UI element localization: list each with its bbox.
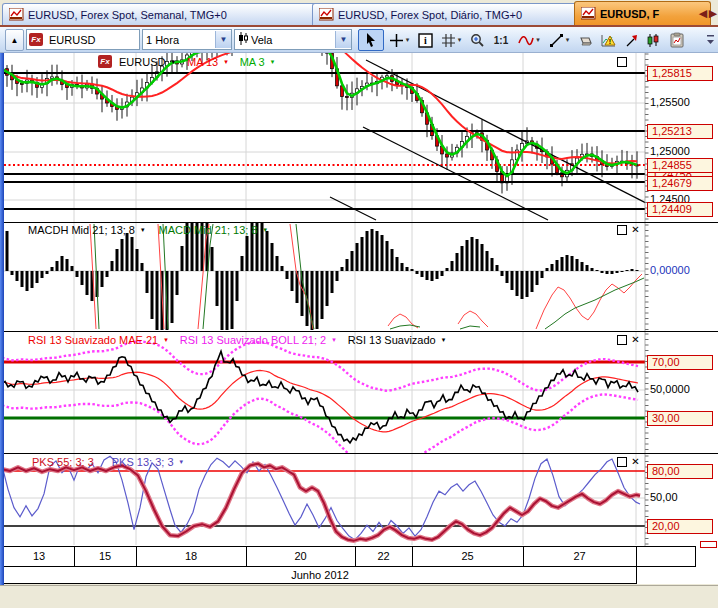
clipboard-chart-button[interactable] bbox=[664, 29, 690, 51]
tab-label: EURUSD, Forex Spot, Diário, TMG+0 bbox=[338, 9, 522, 21]
date-label: 18 bbox=[136, 550, 246, 562]
info-icon: i bbox=[418, 33, 433, 48]
info-tool-button[interactable]: i bbox=[414, 29, 436, 51]
collapse-panel-button[interactable]: ▲ bbox=[5, 29, 24, 51]
price-chart-area[interactable] bbox=[4, 52, 645, 222]
eraser-icon bbox=[577, 33, 593, 48]
date-cell-divider bbox=[636, 546, 637, 567]
pointer-arrow-icon bbox=[624, 33, 639, 48]
chart-tab-icon bbox=[319, 8, 334, 23]
magnifier-icon bbox=[470, 33, 485, 48]
mini-marker bbox=[700, 541, 717, 548]
more-icon bbox=[706, 34, 715, 46]
chevron-down-icon: ▾ bbox=[406, 36, 410, 44]
chart-tab-icon bbox=[581, 7, 596, 22]
axis-label: 1,25500 bbox=[650, 96, 690, 108]
chevron-down-icon: ▾ bbox=[536, 36, 540, 44]
toolbar-overflow-button[interactable] bbox=[702, 29, 718, 51]
date-label: 20 bbox=[246, 550, 355, 562]
chart-tab-icon bbox=[9, 8, 24, 23]
tab-eurusd-active[interactable]: EURUSD, F bbox=[574, 1, 711, 26]
date-label: 13 bbox=[4, 550, 74, 562]
axis-label: 50,00 bbox=[650, 491, 678, 503]
collapse-icon: ▲ bbox=[11, 36, 19, 45]
tab-eurusd-diario[interactable]: EURUSD, Forex Spot, Diário, TMG+0 bbox=[312, 3, 578, 26]
svg-text:i: i bbox=[424, 35, 427, 46]
window-left-border bbox=[0, 0, 4, 596]
date-label: 27 bbox=[523, 550, 636, 562]
trendline-icon bbox=[549, 33, 564, 48]
chevron-down-icon[interactable]: ▼ bbox=[215, 31, 231, 48]
axis-marked-label: 80,00 bbox=[647, 464, 713, 479]
chevron-down-icon: ▾ bbox=[458, 36, 462, 44]
axis-marked-label: 1,25213 bbox=[647, 124, 713, 139]
chart-type-combo[interactable]: Vela ▼ bbox=[234, 29, 352, 50]
grid-icon bbox=[441, 33, 456, 48]
chevron-down-icon: ▾ bbox=[566, 36, 570, 44]
period-combo[interactable]: 1 Hora ▼ bbox=[142, 29, 232, 50]
crosshair-tool-button[interactable]: ▾ bbox=[384, 29, 414, 51]
month-label: Junho 2012 bbox=[4, 569, 636, 581]
macd-chart-area[interactable] bbox=[4, 223, 645, 331]
one-to-one-label: 1:1 bbox=[494, 35, 508, 46]
tab-scroll-left-icon[interactable]: ◀ bbox=[698, 6, 708, 20]
indicator-wave-icon bbox=[518, 33, 534, 48]
axis-label: 50,0000 bbox=[650, 383, 690, 395]
tab-bar: EURUSD, Forex Spot, Semanal, TMG+0 EURUS… bbox=[0, 0, 718, 26]
grid-tool-button[interactable]: ▾ bbox=[436, 29, 466, 51]
trendline-tool-button[interactable]: ▾ bbox=[544, 29, 574, 51]
period-value: 1 Hora bbox=[143, 34, 215, 46]
tab-label: EURUSD, F bbox=[600, 8, 659, 20]
candles-icon bbox=[646, 33, 660, 48]
eraser-tool-button[interactable] bbox=[574, 29, 596, 51]
date-axis-top-border bbox=[4, 546, 696, 547]
rsi-chart-area[interactable] bbox=[4, 332, 645, 453]
pointer-annotation-button[interactable] bbox=[620, 29, 642, 51]
alert-chart-button[interactable]: ! bbox=[596, 29, 620, 51]
candle-glyph-icon bbox=[238, 32, 248, 47]
axis-marked-label: 1,24679 bbox=[647, 176, 713, 191]
axis-marked-label: 1,24855 bbox=[647, 158, 713, 173]
date-axis-outer-border bbox=[695, 546, 696, 567]
clipboard-chart-icon bbox=[669, 32, 685, 48]
trading-platform-window: EURUSD, Forex Spot, Semanal, TMG+0 EURUS… bbox=[0, 0, 718, 608]
fx-logo-icon: Fx bbox=[29, 33, 43, 46]
svg-text:!: ! bbox=[608, 38, 610, 45]
axis-label: 1,25000 bbox=[650, 145, 690, 157]
zoom-tool-button[interactable] bbox=[466, 29, 488, 51]
date-label: 22 bbox=[355, 550, 412, 562]
pks-chart-area[interactable] bbox=[4, 454, 645, 546]
date-label: 25 bbox=[412, 550, 523, 562]
one-to-one-button[interactable]: 1:1 bbox=[488, 29, 514, 51]
indicator-tool-button[interactable]: ▾ bbox=[514, 29, 544, 51]
tab-label: EURUSD, Forex Spot, Semanal, TMG+0 bbox=[28, 9, 227, 21]
symbol-combo[interactable]: Fx EURUSD bbox=[26, 29, 140, 50]
tab-eurusd-semanal[interactable]: EURUSD, Forex Spot, Semanal, TMG+0 bbox=[2, 3, 320, 26]
date-axis-bottom-border bbox=[4, 566, 696, 567]
symbol-value: EURUSD bbox=[46, 34, 139, 46]
axis-marked-label: 1,25815 bbox=[647, 66, 713, 81]
axis-label: 0,00000 bbox=[650, 264, 690, 276]
axis-marked-label: 70,00 bbox=[647, 355, 713, 370]
chevron-down-icon[interactable]: ▼ bbox=[335, 31, 351, 48]
toolbar: ▲ Fx EURUSD 1 Hora ▼ Vela ▼ ▾ i ▾ bbox=[0, 27, 718, 53]
chart-type-value: Vela bbox=[248, 34, 335, 46]
tab-scroll-right-icon[interactable]: ▶ bbox=[708, 6, 718, 20]
crosshair-icon bbox=[389, 33, 404, 48]
status-bar bbox=[0, 585, 718, 608]
axis-marked-label: 20,00 bbox=[647, 519, 713, 534]
axis-marked-label: 30,00 bbox=[647, 411, 713, 426]
axis-marked-label: 1,24409 bbox=[647, 202, 713, 217]
candles-style-button[interactable] bbox=[642, 29, 664, 51]
cursor-tool-button[interactable] bbox=[358, 29, 384, 51]
month-row-bottom-border bbox=[4, 583, 636, 584]
date-label: 15 bbox=[74, 550, 136, 562]
cursor-icon bbox=[363, 32, 379, 48]
alert-chart-icon: ! bbox=[600, 33, 617, 48]
